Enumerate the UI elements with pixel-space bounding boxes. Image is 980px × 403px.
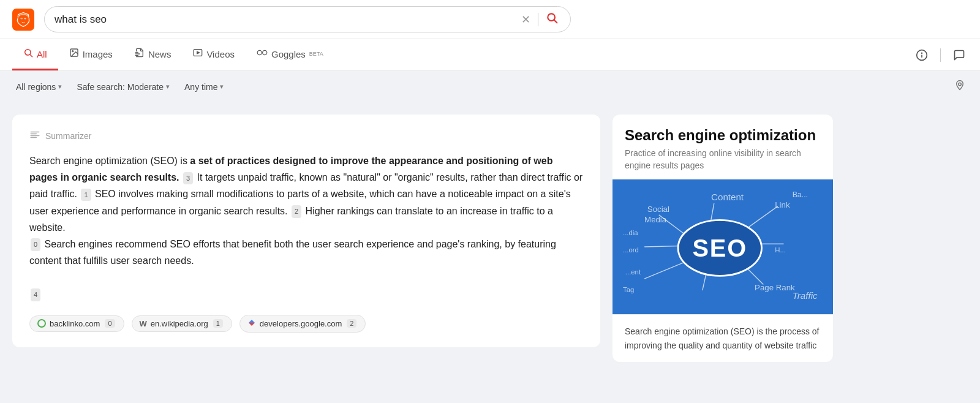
google-dev-icon	[247, 318, 256, 329]
safe-search-filter[interactable]: Safe search: Moderate ▾	[73, 80, 173, 94]
svg-point-15	[263, 50, 267, 55]
summary-text: Search engine optimization (SEO) is a se…	[29, 153, 583, 303]
info-card-header: Search engine optimization Practice of i…	[612, 115, 833, 179]
summary-text-5: Search engines recommend SEO efforts tha…	[29, 239, 556, 266]
svg-text:Tag: Tag	[623, 286, 634, 293]
source-domain-1: en.wikipedia.org	[151, 319, 208, 328]
search-bar-divider	[538, 13, 538, 26]
tab-videos[interactable]: Videos	[182, 39, 246, 70]
tab-all-label: All	[37, 49, 47, 59]
regions-label: All regions	[16, 82, 56, 92]
source-chip-1[interactable]: W en.wikipedia.org 1	[132, 315, 232, 332]
info-card-title: Search engine optimization	[625, 127, 821, 144]
search-button[interactable]	[543, 12, 560, 27]
svg-point-14	[257, 50, 262, 55]
info-card-subtitle: Practice of increasing online visibility…	[625, 148, 821, 171]
source-icon-0	[37, 319, 46, 328]
tab-goggles[interactable]: GogglesBETA	[246, 40, 334, 70]
tab-goggles-label: Goggles	[271, 49, 306, 59]
summarizer-header: Summarizer	[29, 129, 583, 143]
svg-text:...dia: ...dia	[623, 229, 638, 236]
svg-text:Link: Link	[775, 200, 790, 209]
svg-text:H...: H...	[775, 247, 786, 254]
time-label: Any time	[184, 82, 217, 92]
svg-text:...ord: ...ord	[623, 247, 639, 254]
filters-bar: All regions ▾ Safe search: Moderate ▾ An…	[0, 71, 980, 102]
svg-text:Content: Content	[711, 192, 744, 202]
svg-marker-27	[249, 323, 255, 326]
svg-text:Ba...: Ba...	[793, 191, 808, 200]
cite-badge-4[interactable]: 0	[31, 238, 40, 251]
tab-news-label: News	[148, 49, 172, 59]
svg-point-5	[24, 18, 25, 19]
info-card: Search engine optimization Practice of i…	[612, 115, 833, 362]
left-column: Summarizer Search engine optimization (S…	[0, 102, 612, 374]
news-icon	[135, 48, 145, 60]
info-card-image: Content Social Media Link Ba... ...dia .…	[612, 179, 833, 314]
cite-badge-5[interactable]: 4	[31, 288, 40, 301]
safe-search-chevron: ▾	[166, 83, 170, 91]
goggles-icon	[257, 48, 268, 59]
beta-badge: BETA	[309, 51, 323, 57]
cite-badge-3[interactable]: 2	[292, 205, 301, 218]
svg-point-1	[18, 15, 28, 25]
safe-search-label: Safe search: Moderate	[77, 82, 164, 92]
images-icon	[69, 48, 79, 60]
info-card-body: Search engine optimization (SEO) is the …	[612, 315, 833, 362]
tab-images-label: Images	[83, 49, 113, 59]
seo-diagram: Content Social Media Link Ba... ...dia .…	[612, 179, 833, 314]
cite-badge-2[interactable]: 1	[81, 189, 91, 202]
main-layout: Summarizer Search engine optimization (S…	[0, 102, 980, 374]
svg-point-25	[38, 320, 45, 327]
nav-divider	[940, 48, 941, 62]
right-column: Search engine optimization Practice of i…	[612, 102, 845, 374]
svg-text:...ent: ...ent	[625, 269, 641, 276]
nav-bar: All Images News	[0, 39, 980, 71]
source-chip-0[interactable]: backlinko.com 0	[29, 315, 124, 332]
svg-text:Social: Social	[647, 205, 669, 214]
videos-icon	[193, 48, 203, 60]
source-count-1: 1	[213, 319, 223, 328]
svg-line-7	[554, 20, 557, 23]
tab-all[interactable]: All	[12, 39, 58, 70]
location-button[interactable]	[952, 77, 968, 96]
info-button[interactable]	[913, 47, 930, 64]
svg-marker-26	[249, 320, 255, 323]
header: what is seo ✕	[0, 0, 980, 39]
info-card-body-text: Search engine optimization (SEO) is the …	[625, 325, 821, 352]
tab-news[interactable]: News	[124, 39, 183, 70]
tab-images[interactable]: Images	[58, 39, 124, 70]
time-chevron: ▾	[220, 83, 224, 91]
sources-row: backlinko.com 0 W en.wikipedia.org 1	[29, 315, 583, 333]
summarizer-label: Summarizer	[45, 131, 91, 141]
svg-line-9	[30, 55, 32, 57]
summarizer-card: Summarizer Search engine optimization (S…	[12, 115, 600, 347]
all-icon	[23, 48, 33, 60]
summary-text-before-bold: Search engine optimization (SEO) is	[29, 156, 190, 166]
summarizer-icon	[29, 129, 40, 143]
svg-text:Page Rank: Page Rank	[755, 283, 795, 292]
svg-point-11	[72, 51, 73, 52]
regions-chevron: ▾	[58, 83, 62, 91]
regions-filter[interactable]: All regions ▾	[12, 80, 66, 94]
nav-right	[913, 47, 968, 64]
svg-text:Traffic: Traffic	[793, 290, 818, 301]
nav-tabs: All Images News	[12, 39, 911, 70]
search-bar[interactable]: what is seo ✕	[44, 6, 571, 32]
feedback-button[interactable]	[951, 47, 968, 64]
wikipedia-icon: W	[140, 319, 147, 328]
tab-videos-label: Videos	[206, 49, 235, 59]
cite-badge-1[interactable]: 3	[183, 172, 193, 185]
source-chip-2[interactable]: developers.google.com 2	[239, 315, 366, 333]
time-filter[interactable]: Any time ▾	[181, 80, 227, 94]
source-count-0: 0	[105, 319, 115, 328]
search-input[interactable]: what is seo	[55, 13, 514, 26]
svg-text:Media: Media	[644, 215, 667, 224]
source-count-2: 2	[347, 319, 356, 328]
source-domain-0: backlinko.com	[50, 319, 100, 328]
clear-button[interactable]: ✕	[519, 14, 533, 25]
svg-point-20	[959, 83, 962, 86]
svg-marker-13	[197, 51, 200, 54]
source-domain-2: developers.google.com	[260, 319, 342, 328]
svg-text:SEO: SEO	[692, 235, 747, 262]
